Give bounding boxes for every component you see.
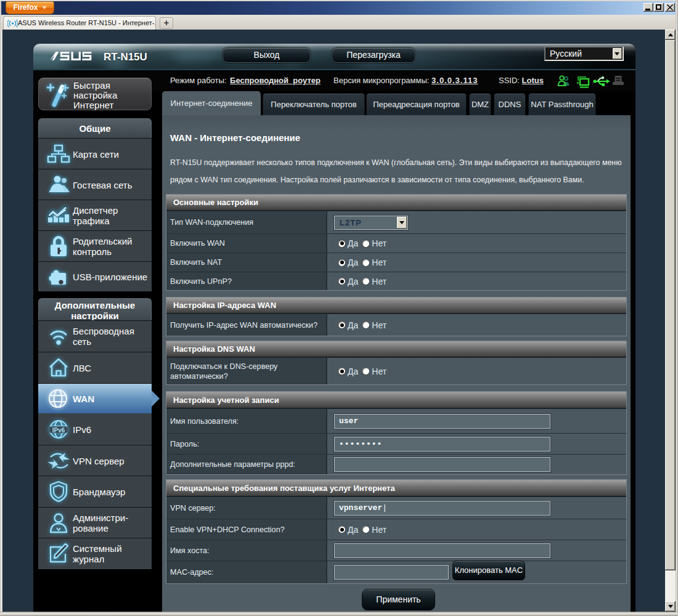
svg-text:IPv6: IPv6 (52, 426, 65, 433)
